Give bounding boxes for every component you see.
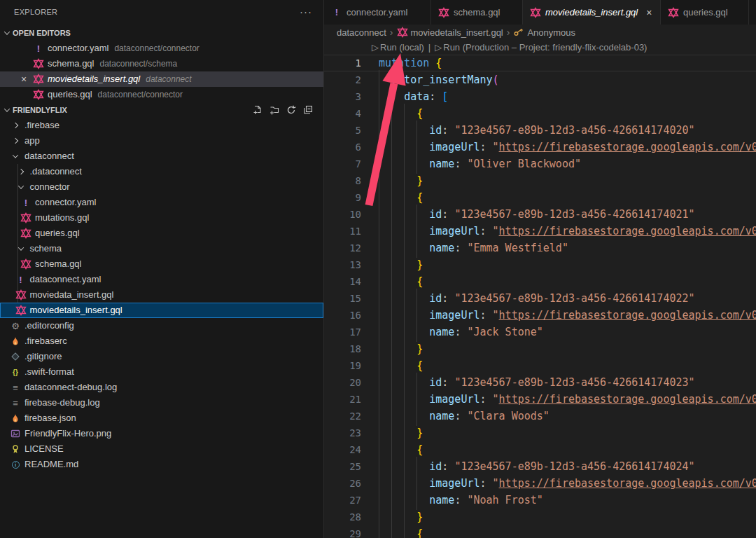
- tree-folder-item[interactable]: dataconnect: [0, 149, 323, 164]
- code-line[interactable]: 25 id: "123e4567-e89b-12d3-a456-42661417…: [324, 458, 756, 475]
- new-file-button[interactable]: [252, 104, 263, 116]
- code-line[interactable]: 4 {: [324, 105, 756, 122]
- tree-item-label: dataconnect.yaml: [30, 272, 102, 287]
- tree-file-item[interactable]: moviedetails_insert.gql: [0, 303, 323, 318]
- code-line[interactable]: 26 imageUrl: "https://firebasestorage.go…: [324, 475, 756, 492]
- new-folder-icon: [269, 104, 280, 116]
- line-number: 15: [324, 293, 361, 304]
- tree-file-item[interactable]: {}.swift-format: [0, 364, 323, 380]
- code-line[interactable]: 19 {: [324, 357, 756, 374]
- open-editor-item[interactable]: ×moviedetails_insert.gqldataconnect: [0, 71, 323, 87]
- code-line[interactable]: 5 id: "123e4567-e89b-12d3-a456-426614174…: [324, 122, 756, 139]
- tree-item-label: README.md: [24, 457, 78, 472]
- collapse-all-icon: [302, 104, 314, 116]
- tree-file-item[interactable]: LICENSE: [0, 441, 323, 457]
- codelens-bar: ▷Run (local) | ▷Run (Production – Projec…: [324, 40, 756, 55]
- code-line[interactable]: 9 {: [324, 189, 756, 206]
- code-line[interactable]: 12 name: "Emma Westfield": [324, 240, 756, 256]
- tree-file-item[interactable]: queries.gql: [0, 226, 323, 241]
- tree-folder-item[interactable]: .dataconnect: [0, 164, 323, 179]
- tree-file-item[interactable]: firebase.json: [0, 411, 323, 426]
- breadcrumb-item[interactable]: dataconnect: [337, 27, 386, 38]
- breadcrumb-separator: ›: [390, 27, 393, 38]
- tree-file-item[interactable]: !dataconnect.yaml: [0, 272, 323, 287]
- tree-item-label: firebase.json: [24, 411, 76, 426]
- line-number: 12: [324, 242, 361, 254]
- chevron-down-icon: [4, 106, 10, 111]
- tree-file-item[interactable]: mutations.gql: [0, 210, 323, 226]
- tree-file-item[interactable]: FriendlyFlix-Hero.png: [0, 426, 323, 441]
- tree-folder-item[interactable]: schema: [0, 241, 323, 256]
- code-line[interactable]: 8 }: [324, 172, 756, 189]
- code-line[interactable]: 1mutation {: [324, 55, 756, 71]
- line-number: 10: [324, 209, 361, 220]
- code-line[interactable]: 11 imageUrl: "https://firebasestorage.go…: [324, 223, 756, 240]
- code-line[interactable]: 18 }: [324, 340, 756, 357]
- code-line[interactable]: 2 actor_insertMany(: [324, 71, 756, 88]
- tab-label: connector.yaml: [346, 7, 407, 18]
- open-editors-section-header[interactable]: OPEN EDITORS: [0, 25, 323, 41]
- tree-file-item[interactable]: ≡dataconnect-debug.log: [0, 380, 323, 395]
- tree-item-label: .firebaserc: [24, 333, 67, 349]
- tab-label: moviedetails_insert.gql: [545, 7, 638, 18]
- open-editor-item[interactable]: !connector.yamldataconnect/connector: [0, 41, 323, 56]
- tree-folder-item[interactable]: .firebase: [0, 118, 323, 133]
- tree-file-item[interactable]: .gitignore: [0, 349, 323, 364]
- close-icon[interactable]: ×: [18, 74, 29, 85]
- tree-file-item[interactable]: ⚙.editorconfig: [0, 318, 323, 333]
- code-line[interactable]: 7 name: "Oliver Blackwood": [324, 156, 756, 172]
- chevron-right-icon: [13, 123, 18, 128]
- code-line[interactable]: 3 data: [: [324, 88, 756, 105]
- code-line[interactable]: 15 id: "123e4567-e89b-12d3-a456-42661417…: [324, 290, 756, 307]
- warning-icon: !: [20, 197, 31, 208]
- code-line[interactable]: 29 {: [324, 525, 756, 538]
- code-line[interactable]: 24 {: [324, 441, 756, 458]
- code-line[interactable]: 21 imageUrl: "https://firebasestorage.go…: [324, 391, 756, 408]
- editor-tab[interactable]: !connector.yaml: [324, 0, 431, 25]
- indent-guide: [416, 490, 417, 510]
- tree-file-item[interactable]: schema.gql: [0, 256, 323, 272]
- code-line[interactable]: 20 id: "123e4567-e89b-12d3-a456-42661417…: [324, 374, 756, 391]
- tree-file-item[interactable]: .firebaserc: [0, 333, 323, 349]
- editor-tab[interactable]: moviedetails_insert.gql×: [523, 0, 661, 25]
- graphql-icon: [15, 289, 27, 301]
- close-icon[interactable]: ×: [646, 7, 652, 18]
- tree-file-item[interactable]: !connector.yaml: [0, 195, 323, 210]
- new-folder-button[interactable]: [269, 104, 280, 116]
- project-section-header[interactable]: FRIENDLYFLIX: [0, 102, 323, 118]
- code-line[interactable]: 27 name: "Noah Frost": [324, 492, 756, 509]
- open-editor-item[interactable]: queries.gqldataconnect/connector: [0, 87, 323, 102]
- explorer-title: EXPLORER: [14, 8, 57, 16]
- editor-tab[interactable]: schema.gql: [431, 0, 523, 25]
- code-line[interactable]: 28 }: [324, 509, 756, 525]
- collapse-all-button[interactable]: [302, 104, 314, 116]
- refresh-button[interactable]: [286, 104, 297, 116]
- code-line[interactable]: 10 id: "123e4567-e89b-12d3-a456-42661417…: [324, 206, 756, 223]
- breadcrumb-label: moviedetails_insert.gql: [411, 27, 503, 38]
- code-line[interactable]: 14 {: [324, 273, 756, 290]
- breadcrumb-item[interactable]: moviedetails_insert.gql: [397, 27, 503, 38]
- tree-file-item[interactable]: iREADME.md: [0, 457, 323, 472]
- run-production-link[interactable]: ▷Run (Production – Project: friendly-fli…: [435, 42, 647, 53]
- tree-folder-item[interactable]: connector: [0, 179, 323, 195]
- code-line[interactable]: 16 imageUrl: "https://firebasestorage.go…: [324, 307, 756, 324]
- breadcrumb-item[interactable]: Anonymous: [513, 27, 575, 38]
- code-line[interactable]: 23 }: [324, 425, 756, 441]
- code-lines[interactable]: 1mutation {2 actor_insertMany(3 data: [4…: [324, 55, 756, 538]
- tab-bar: !connector.yamlschema.gqlmoviedetails_in…: [324, 0, 756, 25]
- code-line[interactable]: 22 name: "Clara Woods": [324, 408, 756, 425]
- tree-file-item[interactable]: ≡firebase-debug.log: [0, 395, 323, 411]
- tree-actions: [252, 104, 323, 116]
- code-line[interactable]: 17 name: "Jack Stone": [324, 324, 756, 340]
- code-line[interactable]: 6 imageUrl: "https://firebasestorage.goo…: [324, 139, 756, 156]
- code-line[interactable]: 13 }: [324, 256, 756, 273]
- tree-file-item[interactable]: moviedata_insert.gql: [0, 287, 323, 303]
- line-number: 9: [324, 192, 361, 203]
- run-local-link[interactable]: ▷Run (local): [372, 42, 424, 53]
- editor-tab[interactable]: queries.gql: [661, 0, 749, 25]
- more-actions-icon[interactable]: ···: [300, 8, 312, 15]
- warning-icon: !: [15, 274, 27, 285]
- project-name-label: FRIENDLYFLIX: [13, 106, 67, 114]
- open-editor-item[interactable]: schema.gqldataconnect/schema: [0, 56, 323, 71]
- tree-folder-item[interactable]: app: [0, 133, 323, 149]
